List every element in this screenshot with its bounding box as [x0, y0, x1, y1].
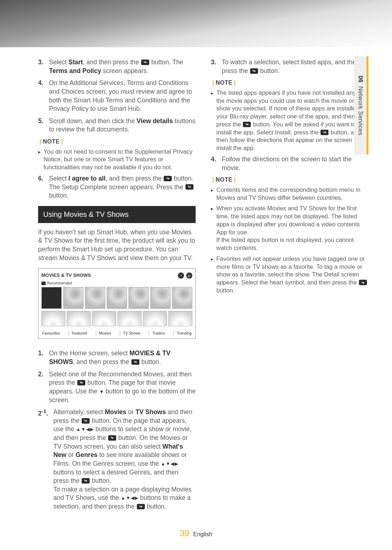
- using-step-2: 2. Select one of the Recommended Movies,…: [38, 370, 196, 405]
- page-footer: 39 English: [0, 527, 392, 539]
- enter-icon: [108, 435, 116, 441]
- note-bullet-body: The listed apps appears if you have not …: [216, 89, 368, 152]
- step-3-body: Select Start, and then press the button.…: [49, 58, 196, 75]
- note-bullet: When you activate Movies and TV Shows fo…: [211, 205, 368, 252]
- step-3: 3. Select Start, and then press the butt…: [38, 58, 196, 75]
- enter-icon: [185, 184, 193, 190]
- down-arrow-icon: ▼: [99, 389, 104, 395]
- section-intro: If you haven't set up Smart Hub, when yo…: [38, 228, 196, 263]
- dpad-icon: ▲▼◀▶: [76, 427, 94, 432]
- step-4: 4. On the Additional Services, Terms and…: [38, 79, 196, 113]
- note-bullet: The listed apps appears if you have not …: [211, 89, 368, 152]
- using-step-2-1-body: Alternately, select Movies or TV Shows a…: [53, 408, 196, 511]
- thumb-sm: [67, 311, 91, 326]
- step-num-2-1: 2-1.: [38, 408, 53, 511]
- thumb: [85, 287, 105, 309]
- step-6-body: Select I agree to all, and then press th…: [49, 174, 196, 200]
- step-6: 6. Select I agree to all, and then press…: [38, 174, 196, 200]
- note-label: NOTE: [211, 176, 368, 184]
- using-step-1-body: On the Home screen, select MOVIES & TV S…: [49, 349, 196, 366]
- thumb-sm: [41, 311, 65, 326]
- enter-icon: [250, 68, 258, 74]
- step-5-body: Scroll down, and then click the View det…: [49, 117, 196, 134]
- step-5: 5. Scroll down, and then click the View …: [38, 117, 196, 134]
- page-number: 39: [180, 528, 189, 538]
- enter-icon: [137, 504, 145, 509]
- using-step-2-body: Select one of the Recommended Movies, an…: [49, 370, 196, 405]
- thumb: [128, 287, 149, 309]
- using-step-3: 3. To watch a selection, select listed a…: [211, 58, 368, 75]
- thumb: [172, 287, 192, 309]
- thumb-sm: [143, 311, 167, 326]
- thumb-sm: [118, 311, 142, 326]
- shot-title: MOVIES & TV SHOWS: [41, 272, 91, 279]
- note-label: NOTE: [211, 79, 368, 87]
- enter-icon: [320, 130, 328, 135]
- screenshot-movies-tv: MOVIES & TV SHOWS ♀ ⌕ Recommended: [38, 268, 196, 339]
- enter-icon: [243, 122, 251, 127]
- using-step-1: 1. On the Home screen, select MOVIES & T…: [38, 349, 196, 366]
- note-label: NOTE: [38, 138, 196, 146]
- note-bullet: Contents items and the corresponding bot…: [211, 186, 368, 202]
- using-step-2-1: 2-1. Alternately, select Movies or TV Sh…: [38, 408, 196, 511]
- enter-icon: [141, 60, 149, 65]
- thumb-sm: [168, 311, 192, 326]
- dpad-icon: ▲▼◀▶: [161, 461, 179, 466]
- side-tab-num: 06: [357, 76, 364, 82]
- thumb: [150, 287, 171, 309]
- using-step-3-body: To watch a selection, select listed apps…: [222, 58, 368, 75]
- note-bullet: Favorites will not appear unless you hav…: [211, 255, 368, 295]
- thumb: [41, 287, 62, 309]
- section-heading: Using Movies & TV Shows: [38, 206, 196, 223]
- dpad-icon: ▲▼◀▶: [121, 496, 139, 500]
- enter-icon: [82, 478, 90, 484]
- enter-icon: [164, 176, 172, 181]
- note-bullet-body: When you activate Movies and TV Shows fo…: [216, 205, 368, 252]
- enter-icon: [131, 359, 139, 365]
- thumb: [63, 287, 83, 309]
- page-lang: English: [193, 531, 212, 537]
- account-icon: ♀: [178, 272, 184, 279]
- using-step-4: 4. Follow the directions on the screen t…: [211, 155, 368, 172]
- enter-icon: [359, 280, 367, 285]
- thumb-sm: [92, 311, 116, 326]
- search-icon: ⌕: [186, 272, 192, 279]
- note-bullet-body: Favorites will not appear unless you hav…: [216, 255, 368, 295]
- side-tab-title: Network Services: [357, 86, 364, 135]
- recommended-icon: [41, 282, 46, 285]
- enter-icon: [77, 380, 85, 385]
- header-gradient: [0, 0, 392, 47]
- thumb: [107, 287, 127, 309]
- enter-icon: [82, 418, 90, 424]
- side-tab: 06 Network Services: [354, 56, 368, 154]
- shot-tabs: Favourites Featured Movies TV Shows Trai…: [41, 328, 192, 336]
- note-bullet: You do not need to consent to the Supple…: [38, 148, 196, 171]
